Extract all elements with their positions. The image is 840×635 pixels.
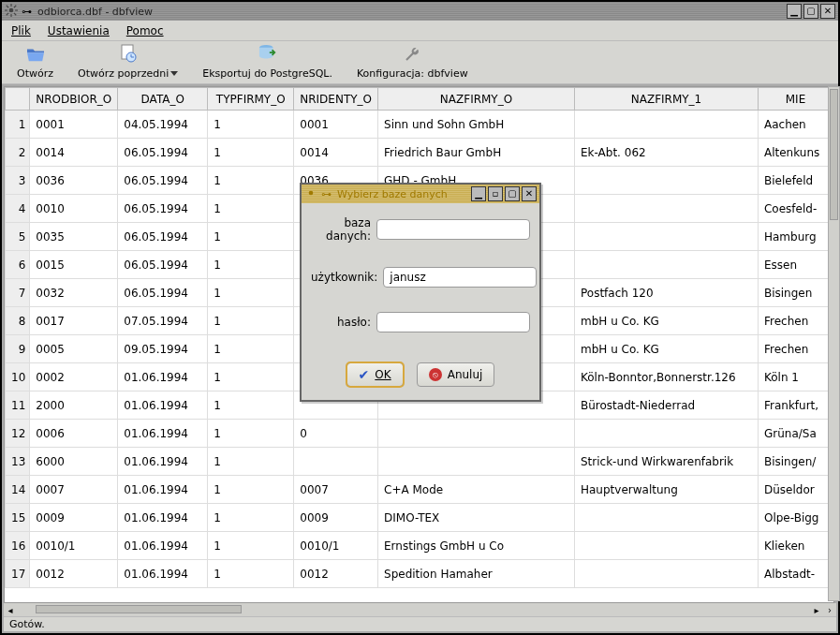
row-number[interactable]: 8 (6, 307, 30, 335)
export-button[interactable]: Eksportuj do PostgreSQL. (199, 42, 336, 81)
table-cell[interactable]: 1 (208, 532, 294, 560)
table-cell[interactable]: Friedrich Baur GmbH (378, 139, 575, 167)
user-input[interactable] (383, 267, 537, 288)
column-header[interactable]: MIE (758, 88, 833, 111)
table-cell[interactable]: 01.06.1994 (118, 504, 208, 532)
table-cell[interactable]: 2000 (30, 391, 118, 420)
maximize-button[interactable]: ▢ (803, 4, 818, 19)
table-cell[interactable]: 0035 (30, 223, 118, 251)
table-cell[interactable]: 06.05.1994 (118, 195, 208, 223)
table-cell[interactable]: 1 (208, 111, 294, 139)
table-cell[interactable]: Aachen (758, 111, 833, 139)
ok-button[interactable]: ✔ OK (346, 362, 404, 387)
minimize-button[interactable]: ▁ (787, 4, 802, 19)
table-cell[interactable]: Strick-und Wirkwarenfabrik (574, 448, 758, 476)
row-number[interactable]: 9 (6, 335, 30, 363)
table-cell[interactable]: Altenkuns (758, 139, 833, 167)
table-cell[interactable]: 0036 (30, 167, 118, 195)
pin-icon[interactable]: ⊶ (321, 188, 332, 200)
row-number[interactable]: 14 (6, 476, 30, 504)
vertical-scrollbar[interactable] (828, 86, 840, 601)
table-row[interactable]: 12000601.06.199410Grüna/Sa (6, 420, 833, 448)
table-cell[interactable]: 0032 (30, 279, 118, 307)
column-header[interactable]: NAZFIRMY_O (378, 88, 575, 111)
table-cell[interactable]: 0015 (30, 251, 118, 279)
table-cell[interactable]: 0001 (30, 111, 118, 139)
database-input[interactable] (376, 219, 530, 240)
table-cell[interactable]: Ernstings GmbH u Co (378, 532, 575, 560)
horizontal-scrollbar[interactable]: ◂ ▸ › (4, 603, 836, 616)
close-button[interactable]: ✕ (820, 4, 835, 19)
table-row[interactable]: 13600001.06.19941Strick-und Wirkwarenfab… (6, 448, 833, 476)
table-cell[interactable]: 1 (208, 391, 294, 420)
dialog-max-button[interactable]: ▢ (505, 186, 520, 201)
open-recent-button[interactable]: Otwórz poprzedni (74, 42, 182, 81)
table-cell[interactable]: 09.05.1994 (118, 335, 208, 363)
main-titlebar[interactable]: ⊶ odbiorca.dbf - dbfview ▁ ▢ ✕ (2, 2, 838, 21)
table-cell[interactable]: 1 (208, 307, 294, 335)
column-header[interactable]: DATA_O (118, 88, 208, 111)
table-cell[interactable]: Coesfeld- (758, 195, 833, 223)
table-cell[interactable]: Spedition Hamaher (378, 560, 575, 588)
table-cell[interactable] (574, 420, 758, 448)
table-cell[interactable]: 0017 (30, 307, 118, 335)
table-cell[interactable]: Essen (758, 251, 833, 279)
row-number[interactable]: 4 (6, 195, 30, 223)
column-header[interactable]: NAZFIRMY_1 (574, 88, 758, 111)
table-cell[interactable]: 0010 (30, 195, 118, 223)
table-cell[interactable]: 1 (208, 363, 294, 391)
row-number[interactable]: 13 (6, 448, 30, 476)
table-cell[interactable]: 1 (208, 251, 294, 279)
table-cell[interactable]: 0002 (30, 363, 118, 391)
table-cell[interactable]: 1 (208, 476, 294, 504)
dialog-titlebar[interactable]: ⊶ Wybierz baze danych ▁ ▫ ▢ ✕ (302, 185, 539, 203)
table-cell[interactable]: Köln-Bonntor,Bonnerstr.126 (574, 363, 758, 391)
row-number[interactable]: 17 (6, 560, 30, 588)
table-cell[interactable]: 01.06.1994 (118, 363, 208, 391)
table-cell[interactable]: Bisingen (758, 279, 833, 307)
table-cell[interactable]: Köln 1 (758, 363, 833, 391)
table-cell[interactable]: 1 (208, 560, 294, 588)
table-cell[interactable] (378, 420, 575, 448)
table-cell[interactable]: Grüna/Sa (758, 420, 833, 448)
table-cell[interactable]: 0010/1 (30, 532, 118, 560)
hscroll-thumb[interactable] (36, 605, 242, 613)
table-cell[interactable]: 01.06.1994 (118, 476, 208, 504)
table-row[interactable]: 17001201.06.199410012Spedition HamaherAl… (6, 560, 833, 588)
table-cell[interactable]: 0009 (294, 504, 378, 532)
scroll-left-icon[interactable]: ◂ (4, 605, 17, 615)
config-button[interactable]: Konfiguracja: dbfview (353, 44, 472, 81)
column-header[interactable]: NRODBIOR_O (30, 88, 118, 111)
table-cell[interactable]: mbH u Co. KG (574, 307, 758, 335)
table-cell[interactable]: 0009 (30, 504, 118, 532)
table-cell[interactable]: Hamburg (758, 223, 833, 251)
table-cell[interactable]: Frankfurt, (758, 391, 833, 420)
table-cell[interactable]: 01.06.1994 (118, 391, 208, 420)
open-button[interactable]: Otwórz (13, 44, 57, 81)
table-cell[interactable]: 0006 (30, 420, 118, 448)
table-cell[interactable]: mbH u Co. KG (574, 335, 758, 363)
scroll-line-right-icon[interactable]: › (823, 605, 836, 615)
table-cell[interactable] (574, 504, 758, 532)
table-cell[interactable]: 1 (208, 195, 294, 223)
table-cell[interactable]: 06.05.1994 (118, 139, 208, 167)
table-cell[interactable]: 0005 (30, 335, 118, 363)
row-number[interactable]: 15 (6, 504, 30, 532)
row-number[interactable]: 11 (6, 391, 30, 420)
table-cell[interactable]: Sinn und Sohn GmbH (378, 111, 575, 139)
cancel-button[interactable]: ⦸ Anuluj (417, 362, 495, 387)
row-number[interactable]: 16 (6, 532, 30, 560)
table-cell[interactable]: Frechen (758, 335, 833, 363)
table-cell[interactable]: Bürostadt-Niederrad (574, 391, 758, 420)
table-cell[interactable]: 0 (294, 420, 378, 448)
table-cell[interactable]: 0014 (294, 139, 378, 167)
row-number[interactable]: 2 (6, 139, 30, 167)
pin-icon[interactable]: ⊶ (22, 6, 32, 18)
table-cell[interactable]: 07.05.1994 (118, 307, 208, 335)
dialog-restore-button[interactable]: ▫ (488, 186, 503, 201)
table-cell[interactable] (294, 448, 378, 476)
table-cell[interactable]: 1 (208, 139, 294, 167)
table-cell[interactable] (574, 195, 758, 223)
table-cell[interactable]: 0001 (294, 111, 378, 139)
table-cell[interactable]: 06.05.1994 (118, 167, 208, 195)
